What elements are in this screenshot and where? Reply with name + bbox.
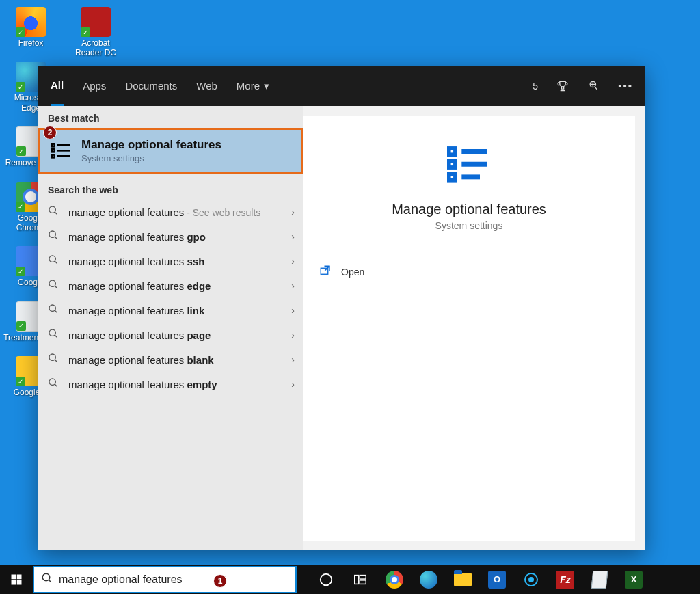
taskbar-pinned-apps: OFzX bbox=[309, 565, 651, 594]
desktop-shortcut-label: Firefox bbox=[18, 38, 44, 48]
ellipsis-icon[interactable]: ••• bbox=[619, 79, 632, 93]
svg-line-14 bbox=[55, 286, 57, 288]
svg-point-19 bbox=[49, 354, 55, 360]
tab-documents[interactable]: Documents bbox=[125, 66, 177, 106]
tab-apps[interactable]: Apps bbox=[83, 66, 106, 106]
search-icon bbox=[46, 279, 60, 293]
notepad-icon[interactable] bbox=[582, 565, 617, 594]
svg-line-35 bbox=[49, 580, 51, 582]
tab-web[interactable]: Web bbox=[196, 66, 217, 106]
preview-action-open[interactable]: Open bbox=[317, 259, 621, 284]
search-icon bbox=[46, 377, 60, 391]
svg-rect-37 bbox=[355, 575, 359, 584]
best-match-title: Manage optional features bbox=[81, 138, 221, 152]
rewards-points[interactable]: 5 bbox=[533, 81, 538, 92]
svg-rect-27 bbox=[449, 174, 455, 180]
suggestion-text: manage optional features ssh bbox=[68, 256, 283, 267]
svg-line-22 bbox=[55, 384, 57, 386]
svg-point-11 bbox=[49, 256, 55, 262]
outlook-icon[interactable]: O bbox=[480, 565, 514, 594]
suggestion-text: manage optional features gpo bbox=[68, 231, 283, 243]
web-search-suggestion[interactable]: manage optional features edge › bbox=[38, 273, 303, 298]
svg-rect-39 bbox=[360, 580, 366, 584]
cortana-icon[interactable] bbox=[309, 565, 343, 594]
svg-rect-38 bbox=[360, 575, 366, 579]
svg-point-34 bbox=[42, 573, 50, 581]
svg-line-16 bbox=[55, 310, 57, 312]
chrome-icon[interactable] bbox=[377, 565, 412, 594]
search-results-list: Best match Manage optional features Syst… bbox=[38, 106, 303, 550]
svg-line-10 bbox=[55, 237, 57, 239]
taskbar: 1 OFzX bbox=[0, 565, 700, 594]
chevron-right-icon[interactable]: › bbox=[291, 256, 295, 267]
svg-rect-32 bbox=[12, 580, 16, 584]
suggestion-text: manage optional features blank bbox=[68, 354, 283, 366]
best-match-subtitle: System settings bbox=[81, 153, 221, 163]
chevron-right-icon[interactable]: › bbox=[291, 231, 295, 242]
tab-more[interactable]: More ▾ bbox=[237, 66, 269, 106]
chevron-right-icon[interactable]: › bbox=[291, 280, 295, 291]
taskbar-search-box[interactable]: 1 bbox=[33, 566, 297, 593]
web-search-suggestion[interactable]: manage optional features - See web resul… bbox=[38, 200, 303, 224]
chevron-right-icon[interactable]: › bbox=[291, 305, 295, 316]
web-search-suggestion[interactable]: manage optional features ssh › bbox=[38, 249, 303, 273]
desktop-icons-col2: ✓Acrobat Reader DC bbox=[68, 7, 130, 58]
suggestion-text: manage optional features empty bbox=[68, 379, 283, 390]
chevron-right-icon[interactable]: › bbox=[291, 379, 295, 390]
svg-rect-31 bbox=[17, 574, 22, 579]
svg-line-12 bbox=[55, 261, 57, 263]
filezilla-icon[interactable]: Fz bbox=[548, 565, 582, 594]
annotation-badge-2: 2 bbox=[43, 126, 57, 139]
edge-icon[interactable] bbox=[412, 565, 446, 594]
chevron-right-icon[interactable]: › bbox=[291, 206, 295, 217]
taskbar-search-input[interactable] bbox=[59, 573, 288, 586]
excel-icon[interactable]: X bbox=[617, 565, 651, 594]
desktop-shortcut[interactable]: ✓Acrobat Reader DC bbox=[68, 7, 123, 58]
annotation-badge-1: 1 bbox=[213, 574, 227, 588]
search-icon bbox=[46, 328, 60, 342]
svg-line-18 bbox=[55, 335, 57, 337]
search-icon bbox=[46, 254, 60, 268]
start-button[interactable] bbox=[0, 565, 33, 594]
svg-rect-3 bbox=[52, 149, 55, 152]
groove-icon[interactable] bbox=[514, 565, 548, 594]
svg-point-21 bbox=[49, 379, 55, 385]
web-search-suggestion[interactable]: manage optional features empty › bbox=[38, 372, 303, 396]
suggestion-text: manage optional features page bbox=[68, 329, 283, 341]
suggestion-text: manage optional features - See web resul… bbox=[68, 206, 283, 218]
desktop-shortcut[interactable]: ✓Firefox bbox=[3, 7, 58, 48]
web-search-suggestion[interactable]: manage optional features page › bbox=[38, 323, 303, 347]
search-icon bbox=[46, 205, 60, 219]
svg-line-8 bbox=[55, 212, 57, 214]
svg-line-20 bbox=[55, 360, 57, 362]
settings-list-icon bbox=[49, 139, 73, 163]
chevron-right-icon[interactable]: › bbox=[291, 329, 295, 340]
svg-rect-33 bbox=[17, 580, 22, 584]
svg-rect-1 bbox=[52, 144, 55, 146]
trophy-icon[interactable] bbox=[556, 79, 569, 93]
tab-all[interactable]: All bbox=[51, 66, 64, 106]
suggestion-text: manage optional features link bbox=[68, 305, 283, 316]
file-explorer-icon[interactable] bbox=[446, 565, 480, 594]
chevron-right-icon[interactable]: › bbox=[291, 354, 295, 365]
svg-rect-25 bbox=[449, 161, 455, 167]
firefox-icon: ✓ bbox=[16, 7, 46, 37]
feedback-icon[interactable] bbox=[587, 79, 601, 93]
taskview-icon[interactable] bbox=[343, 565, 377, 594]
preview-title: Manage optional features bbox=[392, 202, 546, 217]
web-search-suggestion[interactable]: manage optional features gpo › bbox=[38, 224, 303, 249]
svg-point-36 bbox=[321, 573, 332, 585]
svg-point-13 bbox=[49, 280, 55, 286]
best-match-result[interactable]: Manage optional features System settings bbox=[38, 128, 303, 174]
preview-list-icon bbox=[447, 143, 491, 189]
web-search-suggestion[interactable]: manage optional features link › bbox=[38, 298, 303, 323]
acrobat-icon: ✓ bbox=[81, 7, 111, 37]
svg-rect-23 bbox=[449, 148, 455, 154]
svg-point-7 bbox=[49, 206, 55, 213]
search-tabs: All Apps Documents Web More ▾ 5 ••• bbox=[38, 66, 645, 106]
svg-rect-5 bbox=[52, 154, 55, 157]
divider bbox=[317, 249, 621, 249]
svg-point-15 bbox=[49, 305, 55, 311]
tab-more-label: More bbox=[237, 80, 260, 92]
web-search-suggestion[interactable]: manage optional features blank › bbox=[38, 347, 303, 372]
